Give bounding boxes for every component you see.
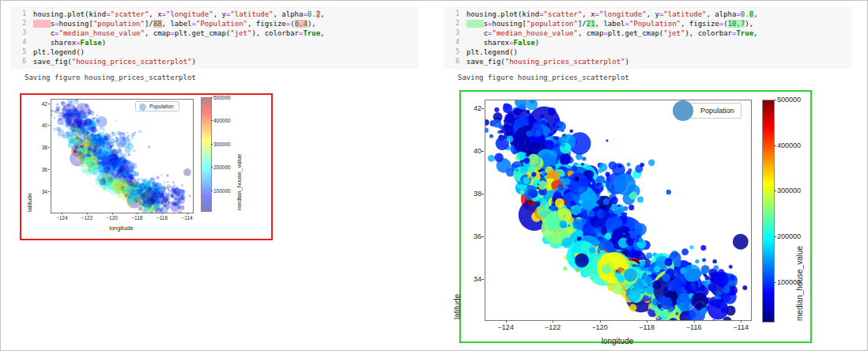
code-line: 5plt.legend() [443,47,851,57]
code-text: s=housing["population"]/21, label="Popul… [466,19,753,28]
y-tick-label: 34 [463,275,481,283]
x-tick-mark [741,320,742,323]
scatter-canvas [51,100,193,213]
panel-left: 1housing.plot(kind="scatter", x="longitu… [1,1,434,350]
code-token: ]/ [145,20,153,28]
x-tick-mark [87,213,88,214]
colorbar-tick-label: 200000 [213,164,231,170]
colorbar-tick-mark [774,145,776,146]
code-token: c [33,29,55,37]
y-tick-mark [481,151,484,152]
code-token: False [81,39,102,47]
code-token: , cmap [145,29,171,37]
code-token: housing.plot(kind [33,10,106,18]
y-tick-label: 38 [463,190,481,198]
colorbar-tick-label: 400000 [213,118,231,123]
code-line: 3 c="median_house_value", cmap=plt.get_c… [10,28,418,38]
code-token: "population" [93,20,145,28]
x-tick-label: −122 [545,323,560,331]
code-token: "median_house_value" [59,29,145,37]
line-number: 5 [443,47,466,57]
code-token: , y [213,10,226,18]
code-cell-left[interactable]: 1housing.plot(kind="scatter", x="longitu… [10,7,418,69]
y-tick-mark [48,104,50,104]
x-tick-mark [187,213,188,214]
line-number: 6 [10,57,33,66]
figure-left: −124−122−120−118−116−1143436384042longit… [20,93,273,240]
colorbar-label: median_house_value [236,97,243,210]
stdout-right: Saving figure housing_prices_scatterplot [458,74,629,81]
code-text: c="median_house_value", cmap=plt.get_cma… [466,28,758,38]
line-number: 2 [10,19,33,28]
colorbar [201,97,212,212]
colorbar-tick-mark [774,236,776,237]
x-tick-label: −118 [131,215,142,221]
y-tick-label: 34 [34,188,47,194]
diff-highlight-token [33,20,51,28]
legend: Population [690,103,742,119]
stdout-left: Saving figure housing_prices_scatterplot [25,74,196,81]
code-token: , cmap [578,29,604,37]
code-token: False [514,39,535,47]
colorbar-tick-label: 300000 [213,141,231,146]
code-token: ), colorbar [251,29,299,37]
line-number: 5 [10,47,33,57]
code-token: "scatter" [544,10,583,18]
y-axis-label: latitude [26,99,33,212]
code-token: 0. [741,10,749,18]
code-token: "jet" [663,29,685,37]
colorbar [762,100,775,323]
y-tick-label: 42 [463,104,481,112]
y-tick-mark [48,169,50,170]
code-token: ), colorbar [685,29,732,37]
code-token: , [753,10,757,18]
notebook-diff-page: 1housing.plot(kind="scatter", x="longitu… [0,0,868,351]
line-number: 4 [443,38,466,47]
line-number: 3 [443,28,466,38]
y-tick-mark [48,191,50,192]
code-token: ) [102,39,106,47]
code-token: sharex [466,39,509,47]
x-axis-label: longitude [602,337,634,345]
line-number: 4 [10,38,33,47]
x-tick-mark [600,320,601,323]
colorbar-tick-mark [774,100,776,100]
code-token: , [320,29,324,37]
code-line: 4 sharex=False) [443,38,851,47]
line-number: 6 [443,57,466,66]
x-tick-label: −124 [498,323,514,331]
code-token: True [736,29,753,37]
diff-highlight-token: 10,7 [728,20,745,28]
x-tick-mark [647,320,647,323]
code-token: ), [745,20,753,28]
y-tick-label: 36 [34,166,47,172]
colorbar-label: median_house_value [795,100,804,321]
code-token: housing[ [492,20,526,28]
colorbar-tick-mark [211,191,213,191]
code-token: plt.get_cmap( [175,29,230,37]
code-token: "latitude" [663,10,706,18]
code-text: plt.legend() [466,47,518,57]
code-token: , y [647,10,659,18]
line-number: 1 [443,9,466,19]
code-cell-right[interactable]: 1housing.plot(kind="scatter", x="longitu… [443,7,851,69]
code-token: "Population" [629,20,681,28]
code-token: , figsize [247,20,286,28]
code-text: housing.plot(kind="scatter", x="longitud… [466,9,758,19]
x-tick-mark [137,213,138,214]
colorbar-tick-mark [774,191,776,191]
figure-right: −124−122−120−118−116−1143436384042longit… [459,90,812,343]
y-tick-mark [48,125,50,126]
code-token: , [320,10,324,18]
diff-highlight-token [466,20,484,28]
code-token: "population" [526,20,578,28]
x-tick-label: −120 [592,323,608,331]
x-tick-label: −124 [56,215,68,221]
y-tick-mark [48,147,50,148]
colorbar-tick-label: 100000 [213,187,231,193]
x-tick-label: −122 [81,215,93,221]
colorbar-tick-mark [211,167,213,168]
code-line: 5plt.legend() [10,47,418,57]
code-token: sharex [33,39,76,47]
code-token: "Population" [196,20,247,28]
